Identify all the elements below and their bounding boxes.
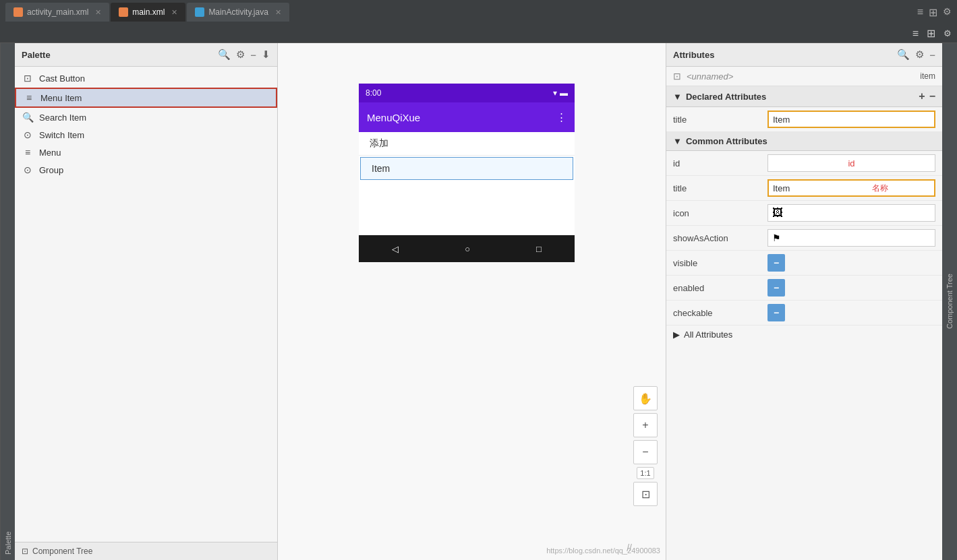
hand-tool-button[interactable]: ✋ <box>633 386 658 410</box>
attr-collapse-icon[interactable]: − <box>929 49 935 61</box>
cast-button-label: Cast Button <box>39 73 85 84</box>
grid-icon[interactable]: ⊞ <box>929 6 937 19</box>
switch-item-icon: ⊙ <box>22 129 34 140</box>
phone-status-bar: 8:00 ▾ ▬ <box>359 84 575 102</box>
tab-close-main-xml[interactable]: ✕ <box>171 8 177 17</box>
tab-bar-actions: ≡ ⊞ ⚙ <box>917 6 952 19</box>
tab-close-activity-main[interactable]: ✕ <box>95 8 101 17</box>
phone-content: 添加 Item <box>359 132 575 235</box>
common-attrs-label: Common Attributes <box>686 136 767 146</box>
palette-item-menu[interactable]: ≡ Menu <box>15 144 277 161</box>
status-icons: ▾ ▬ <box>553 88 568 98</box>
attributes-panel: Attributes 🔍 ⚙ − ⊡ <unnamed> item ▼ Decl… <box>666 43 942 560</box>
watermark: https://blog.csdn.net/qq_24900083 <box>546 547 660 555</box>
attr-checkable-row: checkable − <box>666 301 942 325</box>
icon-image-symbol: 🖼 <box>772 207 783 219</box>
attr-visible-row: visible − <box>666 251 942 276</box>
palette-item-search-item[interactable]: 🔍 Search Item <box>15 108 277 126</box>
attr-component-type: item <box>920 71 935 81</box>
tab-icon-activity-main <box>13 7 23 17</box>
phone-item-label: Item <box>372 163 390 174</box>
zoom-in-icon: + <box>642 419 648 431</box>
toolbar-grid-icon[interactable]: ⊞ <box>927 27 935 40</box>
cast-button-icon: ⊡ <box>22 73 34 84</box>
palette-collapse-icon[interactable]: − <box>250 49 256 61</box>
palette-settings-icon[interactable]: ⚙ <box>236 49 245 61</box>
attr-title-input[interactable] <box>767 179 935 197</box>
menu-item-icon: ≡ <box>23 92 35 103</box>
attr-title: Attributes <box>673 50 892 60</box>
palette-search-icon[interactable]: 🔍 <box>218 49 231 61</box>
tab-activity-main[interactable]: activity_main.xml ✕ <box>5 3 109 22</box>
fit-screen-button[interactable]: ⊡ <box>633 482 658 506</box>
top-toolbar: ≡ ⊞ ⚙ <box>0 24 957 43</box>
zoom-in-button[interactable]: + <box>633 413 658 437</box>
attr-show-as-action-row: showAsAction ⚑ <box>666 226 942 251</box>
attr-title-name: title <box>673 183 767 193</box>
nav-home-icon: ○ <box>465 244 470 254</box>
declared-attr-title-name: title <box>673 115 767 125</box>
canvas-area[interactable]: 点击后拖过来， 8:00 ▾ ▬ MenuQiXue ⋮ <box>278 43 666 560</box>
attr-id-input[interactable] <box>767 154 935 172</box>
tab-main-activity[interactable]: MainActivity.java ✕ <box>187 3 289 22</box>
switch-item-label: Switch Item <box>39 130 84 140</box>
attr-icon-row: icon 🖼 <box>666 201 942 226</box>
attr-component-row: ⊡ <unnamed> item <box>666 67 942 86</box>
attr-icon-input[interactable]: 🖼 <box>767 204 935 222</box>
tab-label-main-xml: main.xml <box>132 7 165 17</box>
attr-settings-icon[interactable]: ⚙ <box>915 49 924 61</box>
attr-enabled-name: enabled <box>673 283 767 293</box>
phone-menu-item: Item <box>360 157 573 180</box>
phone-app-title: MenuQiXue <box>367 112 420 123</box>
phone-nav-bar: ◁ ○ □ <box>359 235 575 262</box>
component-icon: ⊡ <box>673 71 681 82</box>
attr-header: Attributes 🔍 ⚙ − <box>666 43 942 67</box>
nav-recents-icon: □ <box>536 244 542 254</box>
declared-attrs-label: Declared Attributes <box>686 92 766 102</box>
all-attrs-row[interactable]: ▶ All Attributes <box>666 325 942 344</box>
attr-enabled-toggle[interactable]: − <box>767 279 785 297</box>
phone-content-spacer <box>359 181 575 235</box>
wifi-icon: ▾ <box>553 88 557 98</box>
palette-panel: Palette 🔍 ⚙ − ⬇ ⊡ Cast Button ≡ Menu Ite… <box>15 43 278 560</box>
settings-icon[interactable]: ⚙ <box>943 6 952 19</box>
palette-item-group[interactable]: ⊙ Group <box>15 161 277 179</box>
attr-visible-name: visible <box>673 258 767 268</box>
phone-time: 8:00 <box>366 88 381 98</box>
palette-item-switch-item[interactable]: ⊙ Switch Item <box>15 126 277 144</box>
phone-mockup: 8:00 ▾ ▬ MenuQiXue ⋮ 添加 Item ◁ <box>359 84 575 262</box>
attr-id-name: id <box>673 158 767 168</box>
declared-attrs-minus-btn[interactable]: − <box>929 90 935 102</box>
left-sidebar-label: Palette <box>0 43 15 560</box>
declared-attr-title-row: title <box>666 107 942 132</box>
declared-attrs-add-btn[interactable]: + <box>919 90 925 102</box>
title-annotation: 名称 <box>872 183 888 194</box>
toolbar-settings-icon[interactable]: ⚙ <box>944 28 952 38</box>
attr-show-as-action-input[interactable]: ⚑ <box>767 229 935 247</box>
declared-attr-title-input[interactable] <box>767 111 935 128</box>
component-tree-sidebar-label: Component Tree <box>946 274 954 330</box>
palette-download-icon[interactable]: ⬇ <box>262 49 270 61</box>
palette-item-menu-item[interactable]: ≡ Menu Item <box>15 88 277 108</box>
menu-item-label: Menu Item <box>40 93 82 103</box>
tab-label-activity-main: activity_main.xml <box>27 7 88 17</box>
attr-checkable-toggle[interactable]: − <box>767 304 785 321</box>
attr-search-icon[interactable]: 🔍 <box>897 49 910 61</box>
component-tree-sidebar: Component Tree <box>942 43 957 560</box>
toolbar-menu-icon[interactable]: ≡ <box>912 28 919 40</box>
tab-icon-main-xml <box>119 7 128 17</box>
palette-item-cast-button[interactable]: ⊡ Cast Button <box>15 69 277 87</box>
zoom-out-button[interactable]: − <box>633 440 658 464</box>
search-item-icon: 🔍 <box>22 112 34 123</box>
canvas-tools: ✋ + − 1:1 ⊡ <box>633 386 658 506</box>
common-attrs-header: ▼ Common Attributes <box>666 132 942 151</box>
zoom-level[interactable]: 1:1 <box>637 467 654 479</box>
show-as-action-flag-icon: ⚑ <box>772 232 781 243</box>
tab-close-main-activity[interactable]: ✕ <box>275 8 281 17</box>
menu-lines-icon[interactable]: ≡ <box>917 6 923 19</box>
attr-icon-name: icon <box>673 208 767 218</box>
all-attrs-toggle-icon: ▶ <box>673 330 680 340</box>
tab-main-xml[interactable]: main.xml ✕ <box>111 3 185 22</box>
phone-add-label: 添加 <box>370 137 388 148</box>
attr-visible-toggle[interactable]: − <box>767 254 785 272</box>
